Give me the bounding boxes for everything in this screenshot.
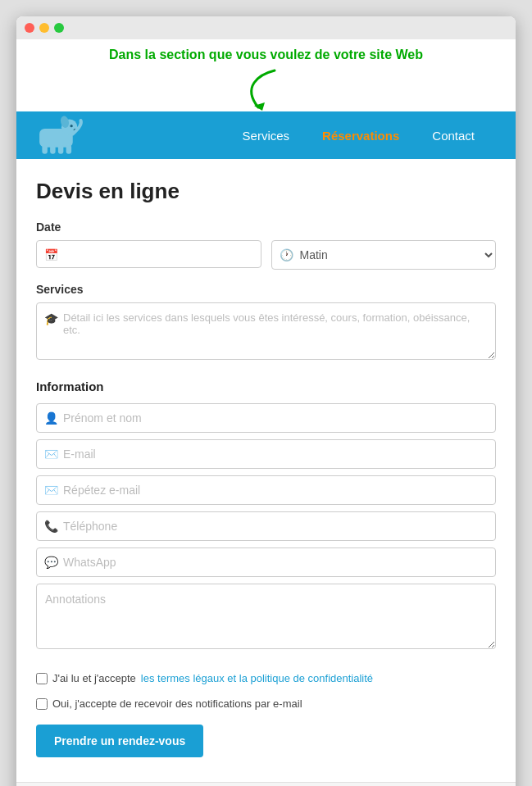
nav-link-services[interactable]: Services [243, 129, 290, 143]
services-textarea-wrap: 🎓 [36, 302, 496, 363]
date-section: Date 📅 🕐 Matin Après-midi Soir [36, 220, 496, 270]
annotation-area: Dans la section que vous voulez de votre… [16, 39, 516, 111]
phone-icon: 📞 [44, 520, 58, 533]
date-input-wrap: 📅 [36, 240, 261, 270]
expand-dot[interactable] [54, 23, 64, 33]
services-section: Services 🎓 [36, 283, 496, 363]
browser-window: Dans la section que vous voulez de votre… [16, 16, 516, 786]
name-input[interactable] [36, 403, 496, 433]
navbar: Services Réservations Contact [16, 111, 516, 159]
time-select-wrap: 🕐 Matin Après-midi Soir [271, 240, 497, 270]
checkbox-notifications[interactable] [36, 698, 48, 710]
svg-point-4 [70, 125, 73, 127]
person-icon: 👤 [44, 411, 58, 425]
graduation-icon: 🎓 [44, 312, 58, 325]
services-textarea[interactable] [36, 302, 496, 360]
legal-link[interactable]: les termes légaux et la politique de con… [141, 672, 373, 684]
date-input[interactable] [36, 240, 261, 268]
minimize-dot[interactable] [39, 23, 49, 33]
email-input[interactable] [36, 439, 496, 469]
checkboxes-col: J'ai lu et j'accepte les termes légaux e… [36, 672, 373, 716]
annotation-text: Dans la section que vous voulez de votre… [33, 48, 499, 62]
nav-link-reservations[interactable]: Réservations [322, 129, 399, 143]
whatsapp-icon: 💬 [44, 556, 58, 569]
email-row: ✉️ [36, 439, 496, 469]
nav-link-contact[interactable]: Contact [432, 129, 475, 143]
time-select[interactable]: Matin Après-midi Soir [271, 240, 497, 270]
calendar-icon: 📅 [44, 248, 58, 261]
services-label: Services [36, 283, 496, 296]
form-bottom-row: J'ai lu et j'accepte les termes légaux e… [36, 672, 496, 757]
nav-links: Services Réservations Contact [243, 129, 475, 143]
site-logo [33, 115, 86, 156]
whatsapp-row: 💬 [36, 547, 496, 577]
information-title: Information [36, 379, 496, 393]
phone-input[interactable] [36, 511, 496, 541]
svg-rect-9 [66, 144, 72, 153]
checkbox-notifications-text: Oui, j'accepte de recevoir des notificat… [52, 697, 302, 710]
checkbox-notifications-row: Oui, j'accepte de recevoir des notificat… [36, 697, 373, 710]
email-repeat-icon: ✉️ [44, 484, 58, 497]
checkbox-legal[interactable] [36, 673, 48, 684]
email-icon: ✉️ [44, 448, 58, 461]
phone-row: 📞 [36, 511, 496, 541]
date-label: Date [36, 220, 496, 234]
svg-rect-8 [58, 144, 64, 153]
checkbox-legal-text: J'ai lu et j'accepte [52, 672, 136, 684]
title-bar [16, 16, 516, 39]
footer: legal conditions privacy f t ▶ in [16, 782, 516, 786]
name-row: 👤 [36, 403, 496, 433]
main-content: Devis en ligne Date 📅 🕐 Matin Après-midi… [16, 159, 516, 782]
page-title: Devis en ligne [36, 179, 496, 204]
email-repeat-row: ✉️ [36, 475, 496, 505]
information-section: Information 👤 ✉️ ✉️ 📞 💬 [36, 379, 496, 659]
checkbox-legal-row: J'ai lu et j'accepte les termes légaux e… [36, 672, 373, 684]
submit-button[interactable]: Prendre un rendez-vous [36, 725, 203, 757]
annotations-textarea[interactable] [36, 584, 496, 649]
svg-rect-7 [50, 144, 56, 153]
date-row: 📅 🕐 Matin Après-midi Soir [36, 240, 496, 270]
annotation-arrow [217, 66, 316, 111]
close-dot[interactable] [25, 23, 34, 33]
whatsapp-input[interactable] [36, 547, 496, 577]
email-repeat-input[interactable] [36, 475, 496, 505]
svg-rect-6 [42, 144, 48, 153]
